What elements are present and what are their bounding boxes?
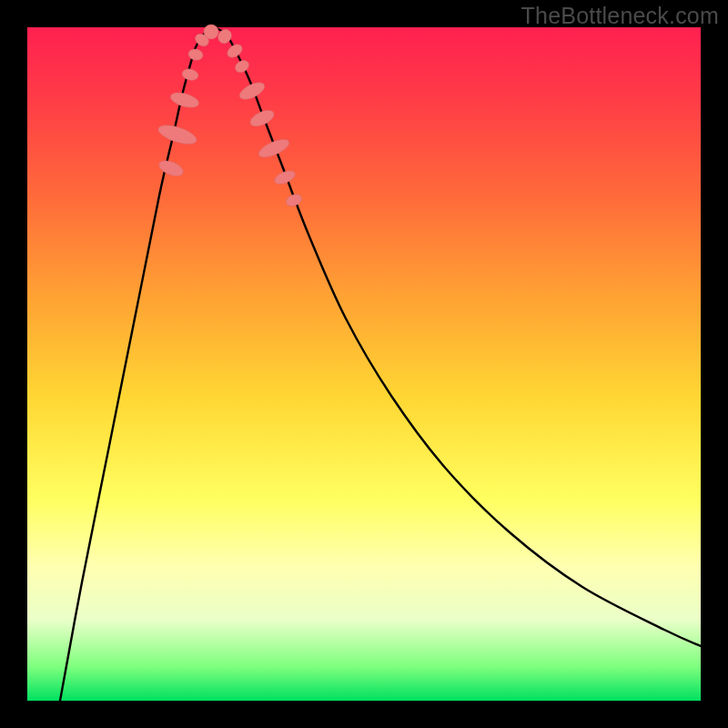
- chart-frame: TheBottleneck.com: [0, 0, 728, 728]
- curve-bead: [237, 79, 267, 103]
- chart-svg: [27, 27, 701, 701]
- curve-bead: [157, 157, 185, 178]
- chart-plot-area: [27, 27, 701, 701]
- curve-bead: [233, 58, 251, 75]
- curve-bead: [157, 122, 199, 148]
- curve-bead: [257, 136, 292, 160]
- curve-bead: [187, 48, 204, 62]
- curve-bead: [225, 42, 245, 60]
- bottleneck-curve: [60, 28, 701, 701]
- curve-bead: [169, 90, 201, 110]
- curve-bead: [181, 67, 199, 81]
- watermark-text: TheBottleneck.com: [521, 3, 719, 29]
- curve-bead: [284, 192, 303, 208]
- curve-bead: [204, 25, 218, 39]
